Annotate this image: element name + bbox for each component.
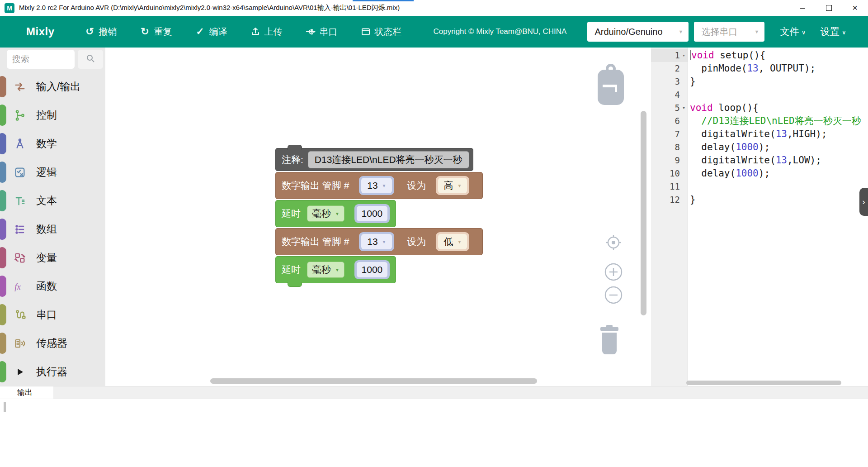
io-icon	[14, 81, 26, 93]
line-number: 2	[651, 62, 688, 75]
toolbar-button-label: 串口	[320, 26, 338, 38]
sidebar-item-math[interactable]: 数学	[0, 129, 105, 158]
zoom-in-button[interactable]	[604, 262, 623, 284]
code-panel[interactable]: 1▾void setup(){2 pinMode(13, OUTPUT);3}4…	[651, 48, 868, 386]
sidebar-item-label: 数学	[36, 137, 57, 151]
maximize-icon	[826, 5, 832, 11]
minimize-button[interactable]: ─	[789, 0, 816, 16]
code-line: 12}	[651, 193, 868, 206]
block-comment[interactable]: 注释: D13连接LED\nLED将亮一秒灭一秒	[275, 148, 473, 171]
sidebar-item-text[interactable]: 文本	[0, 186, 105, 215]
trash-icon[interactable]	[597, 324, 622, 360]
blockly-workspace[interactable]: 注释: D13连接LED\nLED将亮一秒灭一秒 数字输出 管脚 # 13 ▼ …	[105, 48, 651, 386]
search-input[interactable]	[7, 50, 75, 69]
sidebar-item-array[interactable]: 数组	[0, 215, 105, 243]
toolbar-button-upload[interactable]: 上传	[250, 26, 283, 38]
menu-settings[interactable]: 设置 ∨	[821, 25, 846, 38]
line-number: 1▾	[651, 49, 688, 62]
toolbar-button-serial[interactable]: 串口	[305, 26, 338, 38]
category-color-strip	[0, 162, 6, 183]
zoom-out-button[interactable]	[604, 285, 623, 307]
backpack-icon[interactable]	[595, 62, 626, 108]
unit-value: 毫秒	[312, 263, 331, 276]
statusbar-icon	[360, 26, 371, 37]
code-line: 1▾void setup(){	[651, 49, 868, 62]
tab-output[interactable]: 输出	[0, 386, 53, 399]
sidebar-item-control[interactable]: 控制	[0, 101, 105, 129]
window-controls: ─ ×	[789, 0, 868, 16]
toolbar-button-compile[interactable]: ✓编译	[195, 26, 227, 38]
sidebar-item-label: 串口	[36, 308, 57, 322]
line-number: 11	[651, 180, 688, 193]
category-list: 输入/输出控制数学逻辑文本数组变量fx函数串口传感器执行器	[0, 72, 105, 386]
tab-output-label: 输出	[17, 387, 33, 398]
sidebar-item-label: 传感器	[36, 336, 67, 350]
titlebar: M Mixly 2.0 rc2 For Arduino AVR (D:\mixl…	[0, 0, 868, 16]
category-color-strip	[0, 333, 6, 354]
block-digital-write-1[interactable]: 数字输出 管脚 # 13 ▼ 设为 高 ▼	[275, 172, 483, 199]
search-button[interactable]	[78, 50, 103, 69]
sidebar-item-function[interactable]: fx函数	[0, 272, 105, 300]
check-icon: ✓	[195, 26, 206, 37]
chevron-down-icon: ∨	[842, 29, 846, 36]
titlebar-accent	[353, 0, 414, 1]
code-text: void setup(){	[688, 49, 868, 62]
level-socket: 低 ▼	[436, 232, 469, 251]
sidebar-item-variable[interactable]: 变量	[0, 243, 105, 272]
code-line: 10 delay(1000);	[651, 167, 868, 180]
canvas-vertical-scrollbar[interactable]	[641, 111, 646, 315]
block-comment-text-field[interactable]: D13连接LED\nLED将亮一秒灭一秒	[308, 151, 469, 168]
close-button[interactable]: ×	[842, 0, 868, 16]
toolbar-button-label: 撤销	[99, 26, 117, 38]
brand-label: Mixly	[26, 25, 55, 38]
block-delay-1[interactable]: 延时 毫秒 ▼ 1000	[275, 200, 396, 227]
toolbar-button-label: 状态栏	[375, 26, 402, 38]
main-area: 输入/输出控制数学逻辑文本数组变量fx函数串口传感器执行器 注释: D13连接L…	[0, 48, 868, 386]
sidebar-item-io[interactable]: 输入/输出	[0, 72, 105, 101]
code-horizontal-scrollbar[interactable]	[686, 381, 841, 385]
line-number: 4	[651, 88, 688, 101]
code-line: 5▾void loop(){	[651, 101, 868, 114]
port-select[interactable]: 选择串口 ▼	[694, 22, 764, 42]
pin-dropdown[interactable]: 13 ▼	[361, 178, 392, 193]
sidebar-item-label: 控制	[36, 108, 57, 122]
dropdown-triangle-icon: ▼	[335, 267, 340, 272]
block-category-sidebar: 输入/输出控制数学逻辑文本数组变量fx函数串口传感器执行器	[0, 48, 105, 386]
duration-field[interactable]: 1000	[357, 262, 387, 277]
unit-dropdown[interactable]: 毫秒 ▼	[307, 262, 344, 278]
canvas-horizontal-scrollbar[interactable]	[210, 378, 537, 384]
toolbar-button-undo[interactable]: ↺撤销	[85, 26, 117, 38]
block-label: 设为	[407, 235, 426, 248]
level-dropdown[interactable]: 高 ▼	[438, 178, 467, 193]
bottom-tab-strip: 输出	[0, 386, 868, 399]
toolbar-button-statusbar[interactable]: 状态栏	[360, 26, 402, 38]
fold-marker-icon[interactable]: ▾	[680, 49, 688, 62]
sidebar-item-actuator[interactable]: 执行器	[0, 357, 105, 386]
main-toolbar: Mixly ↺撤销↻重复✓编译上传串口状态栏 Copyright © Mixly…	[0, 16, 868, 48]
board-select[interactable]: Arduino/Genuino ▼	[587, 22, 689, 42]
collapse-arrow-icon: ›	[862, 197, 865, 207]
maximize-button[interactable]	[816, 0, 842, 16]
toolbar-button-redo[interactable]: ↻重复	[140, 26, 172, 38]
category-color-strip	[0, 190, 6, 211]
output-caret	[4, 402, 6, 412]
level-dropdown[interactable]: 低 ▼	[438, 234, 467, 249]
code-text: delay(1000);	[688, 167, 868, 180]
block-digital-write-2[interactable]: 数字输出 管脚 # 13 ▼ 设为 低 ▼	[275, 228, 483, 255]
sidebar-item-serial[interactable]: 串口	[0, 300, 105, 329]
dropdown-triangle-icon: ▼	[679, 29, 684, 34]
level-value: 高	[443, 179, 453, 192]
code-panel-collapse-handle[interactable]: ›	[859, 188, 868, 216]
center-view-button[interactable]	[604, 234, 623, 253]
sidebar-item-logic[interactable]: 逻辑	[0, 158, 105, 186]
fold-marker-icon[interactable]: ▾	[680, 101, 688, 114]
pin-dropdown[interactable]: 13 ▼	[361, 234, 392, 249]
sidebar-item-sensor[interactable]: 传感器	[0, 329, 105, 357]
block-delay-2[interactable]: 延时 毫秒 ▼ 1000	[275, 256, 396, 283]
logic-icon	[14, 166, 26, 179]
menu-file[interactable]: 文件 ∨	[780, 25, 806, 38]
close-icon: ×	[852, 3, 858, 13]
duration-field[interactable]: 1000	[357, 206, 387, 221]
category-color-strip	[0, 105, 6, 126]
unit-dropdown[interactable]: 毫秒 ▼	[307, 205, 344, 222]
